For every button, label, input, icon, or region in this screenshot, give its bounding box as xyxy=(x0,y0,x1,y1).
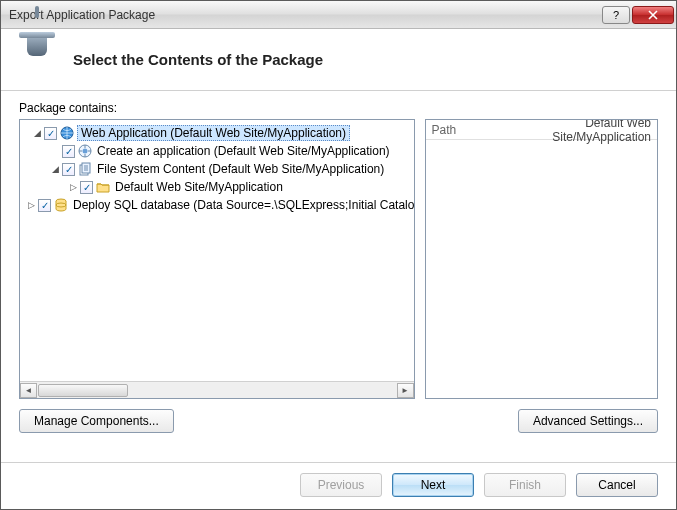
tree-item-label[interactable]: Deploy SQL database (Data Source=.\SQLEx… xyxy=(71,198,414,212)
tree-item-label[interactable]: Web Application (Default Web Site/MyAppl… xyxy=(77,125,350,141)
docs-icon xyxy=(77,161,93,177)
app-icon xyxy=(77,143,93,159)
previous-button: Previous xyxy=(300,473,382,497)
help-button[interactable]: ? xyxy=(602,6,630,24)
finish-button: Finish xyxy=(484,473,566,497)
tree-row[interactable]: ◢✓Web Application (Default Web Site/MyAp… xyxy=(20,124,414,142)
tree-row[interactable]: ▷✓Deploy SQL database (Data Source=.\SQL… xyxy=(20,196,414,214)
content-area: Package contains: ◢✓Web Application (Def… xyxy=(1,91,676,462)
checkbox[interactable]: ✓ xyxy=(38,199,51,212)
horizontal-scrollbar[interactable]: ◄ ► xyxy=(20,381,414,398)
detail-key: Path xyxy=(432,123,490,137)
detail-value: Default Web Site/MyApplication xyxy=(490,119,651,144)
close-button[interactable] xyxy=(632,6,674,24)
titlebar: Export Application Package ? xyxy=(1,1,676,29)
page-title: Select the Contents of the Package xyxy=(73,51,323,68)
wizard-header: Select the Contents of the Package xyxy=(1,29,676,91)
split-panes: ◢✓Web Application (Default Web Site/MyAp… xyxy=(19,119,658,399)
tree-item-label[interactable]: Default Web Site/MyApplication xyxy=(113,180,285,194)
expand-icon[interactable]: ▷ xyxy=(68,182,78,192)
tree-row[interactable]: ▷✓Default Web Site/MyApplication xyxy=(20,178,414,196)
collapse-icon[interactable]: ◢ xyxy=(32,128,42,138)
close-icon xyxy=(648,10,658,20)
checkbox[interactable]: ✓ xyxy=(80,181,93,194)
window-buttons: ? xyxy=(602,6,674,24)
scroll-track[interactable] xyxy=(37,383,397,398)
scroll-thumb[interactable] xyxy=(38,384,128,397)
tree-item-label[interactable]: Create an application (Default Web Site/… xyxy=(95,144,392,158)
tree-row[interactable]: ◢✓File System Content (Default Web Site/… xyxy=(20,160,414,178)
window-title: Export Application Package xyxy=(9,8,602,22)
cancel-button[interactable]: Cancel xyxy=(576,473,658,497)
db-icon xyxy=(53,197,69,213)
middle-button-row: Manage Components... Advanced Settings..… xyxy=(19,409,658,433)
checkbox[interactable]: ✓ xyxy=(62,163,75,176)
checkbox[interactable]: ✓ xyxy=(62,145,75,158)
tree-item-label[interactable]: File System Content (Default Web Site/My… xyxy=(95,162,386,176)
tree-row[interactable]: ✓Create an application (Default Web Site… xyxy=(20,142,414,160)
package-tree[interactable]: ◢✓Web Application (Default Web Site/MyAp… xyxy=(19,119,415,399)
tree-body: ◢✓Web Application (Default Web Site/MyAp… xyxy=(20,120,414,381)
expand-icon[interactable]: ▷ xyxy=(26,200,36,210)
section-label: Package contains: xyxy=(19,101,658,115)
wizard-footer: Previous Next Finish Cancel xyxy=(1,462,676,509)
scroll-left-arrow[interactable]: ◄ xyxy=(20,383,37,398)
collapse-icon[interactable]: ◢ xyxy=(50,164,60,174)
scroll-right-arrow[interactable]: ► xyxy=(397,383,414,398)
checkbox[interactable]: ✓ xyxy=(44,127,57,140)
folder-icon xyxy=(95,179,111,195)
advanced-settings-button[interactable]: Advanced Settings... xyxy=(518,409,658,433)
package-icon xyxy=(19,40,55,80)
wizard-window: Export Application Package ? Select the … xyxy=(0,0,677,510)
detail-row: Path Default Web Site/MyApplication xyxy=(426,120,657,140)
next-button[interactable]: Next xyxy=(392,473,474,497)
detail-pane: Path Default Web Site/MyApplication xyxy=(425,119,658,399)
manage-components-button[interactable]: Manage Components... xyxy=(19,409,174,433)
globe-icon xyxy=(59,125,75,141)
svg-point-2 xyxy=(83,149,88,154)
